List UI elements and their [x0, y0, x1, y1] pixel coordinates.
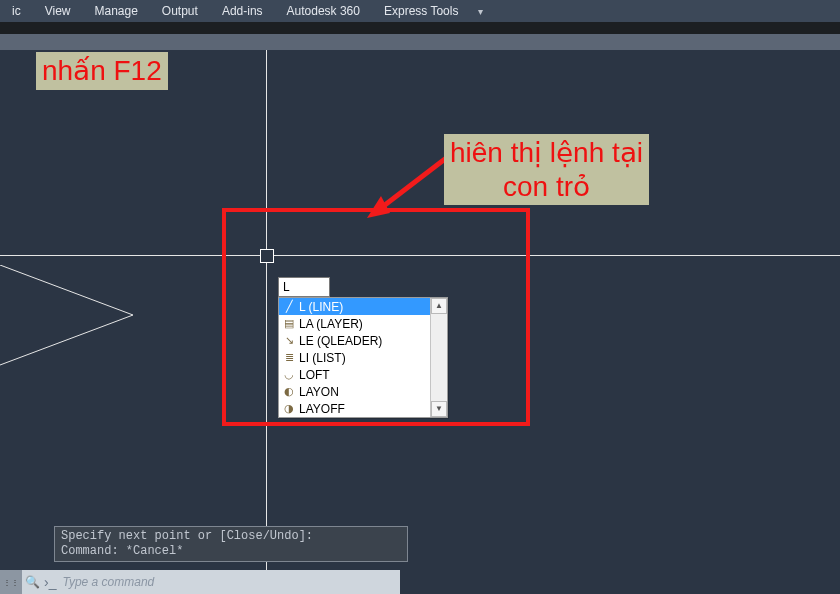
drawing-canvas[interactable]: L ╱ L (LINE) ▤ LA (LAYER) ↘ LE (QLEADER)… [0, 50, 840, 594]
menu-item[interactable]: View [33, 0, 83, 22]
svg-marker-1 [367, 196, 390, 218]
annotation-highlight-box [222, 208, 530, 426]
ribbon-panel-strip [0, 34, 840, 51]
menu-item[interactable]: Manage [82, 0, 149, 22]
command-history-line: Command: *Cancel* [61, 544, 401, 559]
drawn-polyline [0, 265, 140, 375]
menu-item[interactable]: Add-ins [210, 0, 275, 22]
chevron-down-icon[interactable]: ▾ [478, 6, 483, 17]
search-icon[interactable]: 🔍 [22, 575, 42, 589]
ribbon-gap [0, 22, 840, 34]
menu-item[interactable]: Autodesk 360 [275, 0, 372, 22]
command-history-line: Specify next point or [Close/Undo]: [61, 529, 401, 544]
command-prompt-icon: ›_ [42, 574, 62, 590]
command-bar-grip-icon[interactable]: ⋮⋮ [0, 570, 22, 594]
command-input-placeholder[interactable]: Type a command [62, 575, 154, 589]
annotation-label-callout: hiên thị lệnh tại con trỏ [444, 134, 649, 205]
menu-item[interactable]: Output [150, 0, 210, 22]
annotation-text: con trỏ [450, 170, 643, 204]
command-history-panel: Specify next point or [Close/Undo]: Comm… [54, 526, 408, 562]
app-window: ic View Manage Output Add-ins Autodesk 3… [0, 0, 840, 594]
annotation-label-f12: nhấn F12 [36, 52, 168, 90]
menu-item[interactable]: Express Tools [372, 0, 470, 22]
annotation-text: hiên thị lệnh tại [450, 136, 643, 170]
command-input-bar[interactable]: ⋮⋮ 🔍 ›_ Type a command [0, 570, 400, 594]
menu-item[interactable]: ic [0, 0, 33, 22]
menu-bar: ic View Manage Output Add-ins Autodesk 3… [0, 0, 840, 22]
